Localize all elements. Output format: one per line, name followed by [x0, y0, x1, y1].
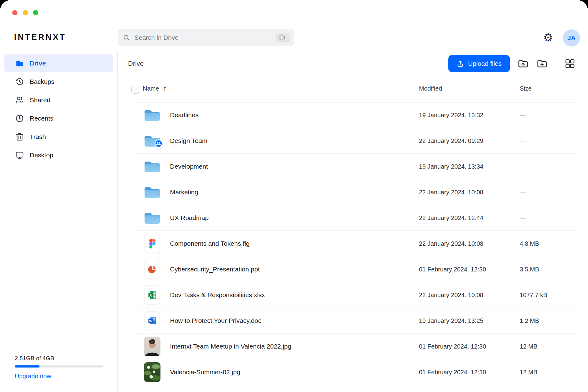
word-file-icon: W — [143, 308, 161, 334]
svg-text:W: W — [149, 319, 153, 323]
minimize-button[interactable] — [23, 10, 28, 15]
sidebar: Drive Backups Shared — [0, 51, 118, 392]
item-size: — — [520, 112, 526, 119]
storage-usage-text: 2.81GB of 4GB — [15, 355, 104, 362]
gear-icon: ⚙ — [543, 32, 553, 43]
powerpoint-file-icon — [143, 256, 161, 282]
item-name: Marketing — [170, 189, 198, 196]
file-row[interactable]: Internxt Team Meetup in Valencia 2022.jp… — [118, 334, 588, 359]
zoom-button[interactable] — [33, 10, 38, 15]
main-panel: Drive Upload files — [118, 51, 588, 392]
column-header-modified[interactable]: Modified — [419, 85, 442, 92]
item-name: Internxt Team Meetup in Valencia 2022.jp… — [170, 343, 291, 350]
history-icon — [15, 77, 24, 86]
people-icon — [15, 96, 24, 104]
storage-meter: 2.81GB of 4GB Upgrade now — [15, 355, 104, 380]
item-size: 12 MB — [520, 369, 537, 376]
blue-folder-icon — [143, 179, 161, 205]
trash-icon — [15, 133, 24, 141]
file-list: Deadlines19 January 2024. 13:32— Design … — [118, 102, 588, 385]
item-modified-date: 19 January 2024. 13:32 — [419, 112, 483, 119]
upload-files-button[interactable]: Upload files — [448, 55, 510, 72]
grid-view-icon — [565, 59, 575, 69]
search-bar[interactable]: ⌘F — [118, 29, 294, 46]
sidebar-item-drive[interactable]: Drive — [4, 54, 113, 72]
blue-folder-icon — [143, 154, 161, 179]
item-modified-date: 19 January 2024. 13:25 — [419, 317, 483, 324]
folder-row[interactable]: Development19 January 2024. 13:34— — [118, 154, 588, 179]
sidebar-item-backups[interactable]: Backups — [4, 73, 113, 91]
shared-users-badge — [154, 139, 163, 149]
grid-view-button[interactable] — [564, 58, 576, 69]
settings-button[interactable]: ⚙ — [541, 30, 556, 45]
avatar-initials: JA — [567, 34, 576, 42]
sidebar-item-label: Drive — [30, 60, 46, 67]
sidebar-item-desktop[interactable]: Desktop — [4, 146, 113, 164]
sidebar-item-label: Shared — [30, 96, 51, 104]
folder-row[interactable]: Deadlines19 January 2024. 13:32— — [118, 102, 588, 128]
clock-icon — [15, 114, 24, 123]
file-row[interactable]: W How to Protect Your Privacy.doc19 Janu… — [118, 308, 588, 334]
internxt-logo: INTERNXT — [14, 32, 66, 42]
sidebar-item-shared[interactable]: Shared — [4, 91, 113, 109]
folder-row[interactable]: Design Team22 January 2024. 09:29— — [118, 128, 588, 154]
item-size: 4.8 MB — [520, 240, 539, 247]
folder-upload-icon — [518, 58, 529, 69]
upload-icon — [457, 60, 464, 67]
upgrade-link[interactable]: Upgrade now — [15, 373, 51, 380]
select-all-checkbox[interactable] — [131, 85, 140, 94]
page-title: Drive — [128, 60, 144, 68]
item-modified-date: 22 January 2024. 12:44 — [419, 215, 483, 222]
column-header-size[interactable]: Size — [520, 85, 532, 92]
item-size: — — [520, 137, 526, 144]
column-header-name[interactable]: Name ↑ — [143, 85, 167, 92]
excel-file-icon: X — [143, 282, 161, 308]
storage-progress-bar — [15, 365, 104, 368]
item-modified-date: 22 January 2024. 10:08 — [419, 189, 483, 196]
item-modified-date: 22 January 2024. 10:08 — [419, 240, 483, 247]
item-name: Cybersecurity_Presentation.ppt — [170, 266, 260, 273]
item-size: — — [520, 215, 526, 222]
sidebar-item-trash[interactable]: Trash — [4, 128, 113, 146]
item-size: 1.2 MB — [520, 317, 539, 324]
item-name: Design Team — [170, 137, 207, 144]
sidebar-item-label: Desktop — [30, 151, 53, 159]
sidebar-item-label: Recents — [30, 115, 53, 122]
item-size: 1077.7 kB — [520, 292, 547, 299]
close-button[interactable] — [12, 10, 17, 15]
item-name: UX Roadmap — [170, 214, 209, 222]
upload-files-label: Upload files — [468, 60, 502, 67]
file-row[interactable]: X Dev Tasks & Responsibilities.xlsx22 Ja… — [118, 282, 588, 308]
item-name: Valencia-Summer-02.jpg — [170, 368, 240, 376]
drive-toolbar: Drive Upload files — [128, 55, 576, 72]
new-folder-button[interactable] — [536, 58, 548, 69]
item-name: How to Protect Your Privacy.doc — [170, 317, 261, 324]
item-name: Dev Tasks & Responsibilities.xlsx — [170, 291, 265, 299]
item-modified-date: 01 February 2024. 12:30 — [419, 343, 486, 350]
blue-folder-icon — [143, 205, 161, 231]
item-size: — — [520, 163, 526, 170]
folder-row[interactable]: UX Roadmap22 January 2024. 12:44— — [118, 205, 588, 231]
app-header: INTERNXT ⌘F ⚙ JA — [0, 0, 588, 51]
window-controls — [12, 10, 38, 15]
file-row[interactable]: Cybersecurity_Presentation.ppt01 Februar… — [118, 256, 588, 282]
sidebar-item-recents[interactable]: Recents — [4, 110, 113, 127]
table-header: Name ↑ Modified Size — [118, 84, 588, 95]
toolbar-divider — [556, 58, 556, 69]
search-shortcut-badge: ⌘F — [276, 33, 290, 43]
avatar[interactable]: JA — [563, 29, 580, 47]
folder-plus-icon — [537, 58, 548, 69]
item-size: — — [520, 189, 526, 196]
sidebar-item-label: Trash — [30, 133, 46, 140]
upload-folder-button[interactable] — [517, 58, 529, 69]
svg-text:X: X — [149, 293, 152, 297]
app-window: INTERNXT ⌘F ⚙ JA Drive — [0, 0, 588, 392]
item-modified-date: 01 February 2024. 12:30 — [419, 266, 486, 273]
search-input[interactable] — [134, 34, 276, 42]
figma-file-icon — [143, 231, 161, 256]
file-row[interactable]: Valencia-Summer-02.jpg01 February 2024. … — [118, 359, 588, 385]
item-size: 12 MB — [520, 343, 537, 350]
file-row[interactable]: Components and Tokens.fig22 January 2024… — [118, 231, 588, 256]
folder-row[interactable]: Marketing22 January 2024. 10:08— — [118, 179, 588, 205]
blue-folder-icon — [143, 102, 161, 128]
